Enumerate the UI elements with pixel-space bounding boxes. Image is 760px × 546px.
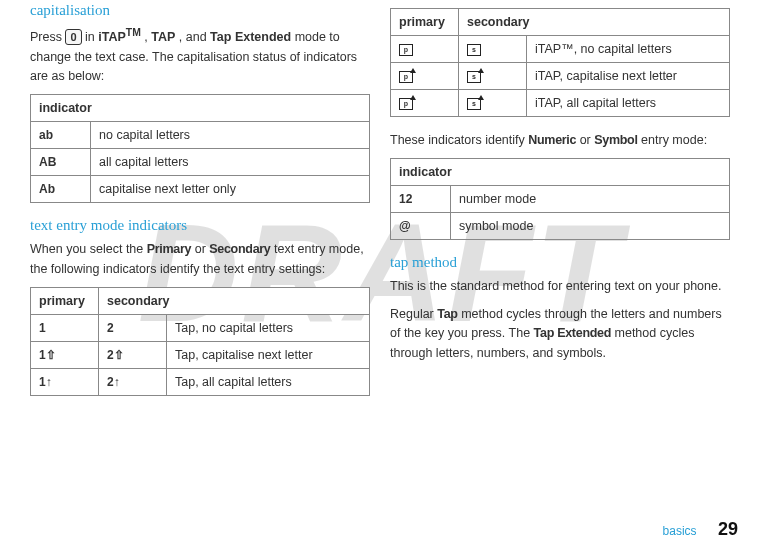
- table-row: 1↑ 2↑ Tap, all capital letters: [31, 369, 370, 396]
- mode-itap: iTAPTM: [98, 30, 141, 44]
- table-row: Ab capitalise next letter only: [31, 176, 370, 203]
- heading-text-entry-modes: text entry mode indicators: [30, 217, 370, 234]
- indicator-desc: number mode: [451, 186, 730, 213]
- word-secondary: Secondary: [209, 242, 270, 256]
- table-row: 1 2 Tap, no capital letters: [31, 315, 370, 342]
- text: , and: [179, 30, 210, 44]
- tap-desc: Tap, all capital letters: [167, 369, 370, 396]
- header-secondary: secondary: [99, 288, 370, 315]
- tap-indicator-table: primary secondary 1 2 Tap, no capital le…: [30, 287, 370, 396]
- header-secondary: secondary: [459, 9, 730, 36]
- text: These indicators identify: [390, 133, 528, 147]
- word-tap-extended: Tap Extended: [534, 326, 611, 340]
- table-row: @ symbol mode: [391, 213, 730, 240]
- header-indicator: indicator: [31, 95, 370, 122]
- indicator-ab-caps-icon: AB: [39, 155, 56, 169]
- indicator-ab-mixed-icon: Ab: [39, 182, 55, 196]
- word-primary: Primary: [147, 242, 191, 256]
- itap-secondary-icon: s: [467, 44, 481, 56]
- itap-indicator-table: primary secondary p s iTAP™, no capital …: [390, 8, 730, 117]
- heading-tap-method: tap method: [390, 254, 730, 271]
- footer-section: basics: [663, 524, 697, 538]
- header-primary: primary: [391, 9, 459, 36]
- table-row: 1⇧ 2⇧ Tap, capitalise next letter: [31, 342, 370, 369]
- indicator-desc: all capital letters: [91, 149, 370, 176]
- mode-tap: TAP: [151, 30, 175, 44]
- numeric-symbol-paragraph: These indicators identify Numeric or Sym…: [390, 131, 730, 150]
- itap-desc: iTAP, all capital letters: [527, 90, 730, 117]
- text: When you select the: [30, 242, 147, 256]
- right-column: primary secondary p s iTAP™, no capital …: [380, 0, 740, 410]
- itap-desc: iTAP, capitalise next letter: [527, 63, 730, 90]
- table-row: p s iTAP™, no capital letters: [391, 36, 730, 63]
- table-header-row: indicator: [31, 95, 370, 122]
- indicator-desc: symbol mode: [451, 213, 730, 240]
- tap-primary-solidup-icon: 1↑: [39, 375, 52, 389]
- itap-desc: iTAP™, no capital letters: [527, 36, 730, 63]
- table-row: p s iTAP, capitalise next letter: [391, 63, 730, 90]
- text-entry-paragraph: When you select the Primary or Secondary…: [30, 240, 370, 279]
- capitalisation-table: indicator ab no capital letters AB all c…: [30, 94, 370, 203]
- tap-primary-icon: 1: [39, 321, 46, 335]
- text: entry mode:: [641, 133, 707, 147]
- mode-tap-extended: Tap Extended: [210, 30, 291, 44]
- indicator-at-icon: @: [399, 219, 411, 233]
- key-zero: 0: [65, 29, 81, 45]
- itap-primary-up-icon: p: [399, 71, 413, 83]
- text: or: [195, 242, 210, 256]
- text: in: [85, 30, 98, 44]
- page-footer: basics 29: [663, 519, 738, 540]
- table-row: 12 number mode: [391, 186, 730, 213]
- tap-method-p2: Regular Tap method cycles through the le…: [390, 305, 730, 363]
- word-numeric: Numeric: [528, 133, 576, 147]
- table-header-row: indicator: [391, 159, 730, 186]
- numeric-symbol-table: indicator 12 number mode @ symbol mode: [390, 158, 730, 240]
- indicator-desc: capitalise next letter only: [91, 176, 370, 203]
- tap-desc: Tap, capitalise next letter: [167, 342, 370, 369]
- tap-method-p1: This is the standard method for entering…: [390, 277, 730, 296]
- table-row: ab no capital letters: [31, 122, 370, 149]
- header-primary: primary: [31, 288, 99, 315]
- left-column: capitalisation Press 0 in iTAPTM , TAP ,…: [20, 0, 380, 410]
- text: Regular: [390, 307, 437, 321]
- tap-primary-up-icon: 1⇧: [39, 348, 56, 362]
- itap-primary-icon: p: [399, 44, 413, 56]
- word-tap: Tap: [437, 307, 457, 321]
- itap-secondary-up-icon: s: [467, 71, 481, 83]
- itap-primary-solidup-icon: p: [399, 98, 413, 110]
- header-indicator: indicator: [391, 159, 730, 186]
- heading-capitalisation: capitalisation: [30, 2, 370, 19]
- table-row: p s iTAP, all capital letters: [391, 90, 730, 117]
- indicator-12-icon: 12: [399, 192, 412, 206]
- itap-secondary-solidup-icon: s: [467, 98, 481, 110]
- tap-secondary-solidup-icon: 2↑: [107, 375, 120, 389]
- footer-page-number: 29: [718, 519, 738, 539]
- text: Press: [30, 30, 65, 44]
- word-symbol: Symbol: [594, 133, 637, 147]
- tap-secondary-icon: 2: [107, 321, 114, 335]
- tap-secondary-up-icon: 2⇧: [107, 348, 124, 362]
- indicator-ab-icon: ab: [39, 128, 53, 142]
- indicator-desc: no capital letters: [91, 122, 370, 149]
- table-header-row: primary secondary: [31, 288, 370, 315]
- table-header-row: primary secondary: [391, 9, 730, 36]
- tap-desc: Tap, no capital letters: [167, 315, 370, 342]
- capitalisation-paragraph: Press 0 in iTAPTM , TAP , and Tap Extend…: [30, 25, 370, 86]
- table-row: AB all capital letters: [31, 149, 370, 176]
- page-content: capitalisation Press 0 in iTAPTM , TAP ,…: [0, 0, 760, 410]
- text: or: [580, 133, 595, 147]
